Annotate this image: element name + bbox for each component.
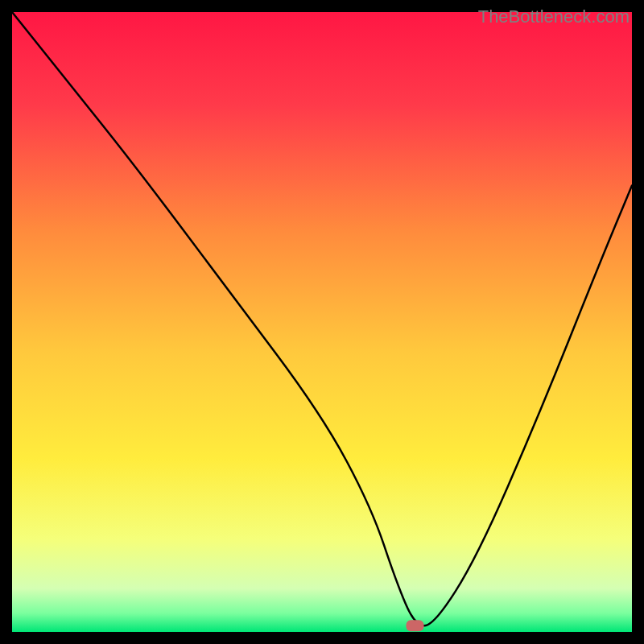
watermark-text: TheBottleneck.com xyxy=(478,6,630,27)
chart-plot-area xyxy=(12,12,632,632)
chart-background-gradient xyxy=(12,12,632,632)
chart-svg xyxy=(12,12,632,632)
optimal-point-marker xyxy=(407,620,424,631)
